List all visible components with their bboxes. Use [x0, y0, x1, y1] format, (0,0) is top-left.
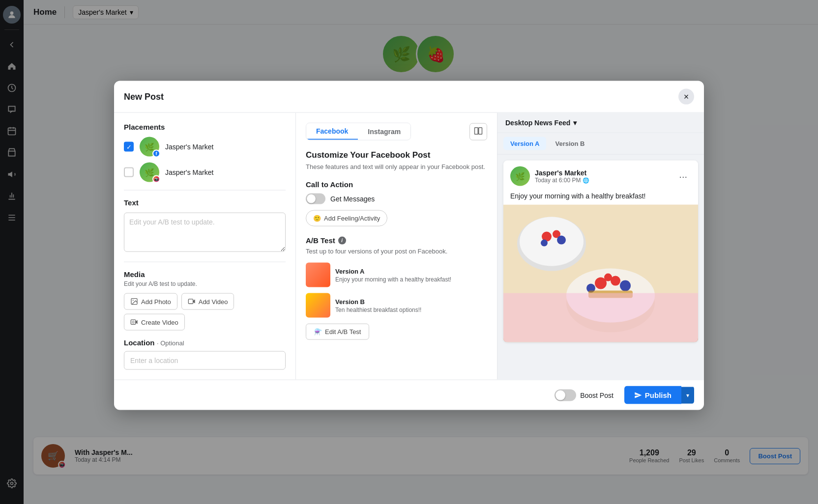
publish-main-button[interactable]: Publish — [624, 386, 681, 404]
location-label: Location — [124, 338, 155, 347]
svg-point-24 — [557, 236, 566, 245]
post-card-header: 🌿 Jasper's Market Today at 6:00 PM 🌐 ··· — [503, 161, 698, 192]
location-input[interactable] — [124, 351, 286, 370]
instagram-avatar: 🌿 📷 — [140, 163, 159, 182]
svg-rect-10 — [479, 127, 482, 134]
check-icon: ✓ — [126, 143, 132, 150]
customize-title: Customize Your Facebook Post — [306, 150, 487, 160]
location-optional: · Optional — [157, 339, 184, 347]
svg-point-5 — [133, 300, 134, 301]
version-tabs: Version A Version B — [503, 137, 698, 150]
version-b-text: Version B Ten healthiest breakfast optio… — [335, 298, 487, 313]
svg-point-16 — [620, 280, 631, 291]
photo-icon — [130, 298, 138, 306]
send-icon — [634, 391, 642, 399]
edit-ab-icon: ⚗️ — [314, 328, 322, 336]
feed-dropdown[interactable]: Desktop News Feed ▾ — [505, 119, 577, 127]
boost-toggle-row: Boost Post — [555, 389, 614, 401]
version-b-content: Ten healthiest breakfast options!! — [335, 306, 487, 313]
instagram-page-name: Jasper's Market — [165, 168, 213, 176]
modal-title: New Post — [124, 91, 164, 102]
cta-toggle-row: Get Messages — [306, 194, 487, 204]
modal-header: New Post × — [114, 81, 704, 113]
post-page-avatar: 🌿 — [510, 167, 530, 186]
version-b-thumbnail — [306, 293, 330, 318]
ab-test-title: A/B Test — [306, 236, 335, 245]
new-post-modal: New Post × Placements ✓ 🌿 f Jasper's Mar… — [114, 81, 704, 410]
modal-footer: Boost Post Publish ▾ — [114, 380, 704, 410]
placements-label: Placements — [124, 123, 286, 131]
add-photo-button[interactable]: Add Photo — [124, 293, 177, 310]
video-icon — [188, 298, 196, 306]
version-a-thumbnail — [306, 263, 330, 287]
publish-button-group: Publish ▾ — [624, 386, 694, 404]
split-view-button[interactable] — [469, 123, 487, 140]
svg-rect-7 — [131, 320, 135, 324]
post-page-info: Jasper's Market Today at 6:00 PM 🌐 — [535, 169, 670, 184]
post-image-inner — [503, 205, 698, 342]
svg-point-8 — [132, 321, 134, 323]
create-video-icon — [130, 318, 138, 326]
platform-tab-group: Facebook Instagram — [306, 123, 411, 140]
boost-post-toggle-label: Boost Post — [580, 391, 614, 399]
cta-label: Call to Action — [306, 180, 487, 189]
publish-dropdown-button[interactable]: ▾ — [681, 387, 694, 403]
svg-rect-6 — [188, 299, 193, 304]
facebook-checkbox[interactable]: ✓ — [124, 142, 134, 152]
preview-version-b-tab[interactable]: Version B — [548, 137, 591, 150]
svg-rect-26 — [503, 293, 698, 342]
post-preview-card: 🌿 Jasper's Market Today at 6:00 PM 🌐 ···… — [503, 161, 698, 342]
close-button[interactable]: × — [678, 89, 694, 105]
version-tabs-row: Version A Version B — [497, 133, 704, 155]
tab-facebook[interactable]: Facebook — [306, 123, 358, 140]
placement-instagram: 🌿 📷 Jasper's Market — [124, 163, 286, 182]
cta-toggle-label: Get Messages — [330, 195, 375, 203]
chevron-down-icon: ▾ — [573, 119, 577, 127]
post-preview-image — [503, 205, 698, 342]
smiley-icon: 🙂 — [313, 215, 321, 222]
ab-version-a: Version A Enjoy your morning with a heal… — [306, 263, 487, 287]
cta-section: Call to Action Get Messages 🙂 Add Feelin… — [306, 180, 487, 226]
post-text-input[interactable] — [124, 213, 286, 252]
boost-toggle-knob — [555, 390, 565, 400]
post-time: Today at 6:00 PM — [535, 177, 581, 184]
post-options-icon[interactable]: ··· — [675, 168, 691, 184]
post-preview-text: Enjoy your morning with a healthy breakf… — [503, 192, 698, 205]
feeling-activity-button[interactable]: 🙂 Add Feeling/Activity — [306, 210, 387, 226]
divider-1 — [124, 190, 286, 191]
version-a-text: Version A Enjoy your morning with a heal… — [335, 267, 487, 282]
cta-toggle[interactable] — [306, 194, 325, 204]
preview-version-a-tab[interactable]: Version A — [503, 137, 546, 150]
edit-ab-test-button[interactable]: ⚗️ Edit A/B Test — [306, 324, 369, 340]
facebook-page-name: Jasper's Market — [165, 143, 213, 151]
add-video-button[interactable]: Add Video — [181, 293, 234, 310]
preview-container: 🌿 Jasper's Market Today at 6:00 PM 🌐 ···… — [497, 155, 704, 380]
svg-rect-9 — [475, 127, 478, 134]
svg-point-18 — [604, 274, 612, 281]
ab-test-desc: Test up to four versions of your post on… — [306, 248, 487, 255]
text-label: Text — [124, 198, 286, 207]
location-section: Location · Optional — [124, 338, 286, 370]
post-time-row: Today at 6:00 PM 🌐 — [535, 177, 670, 184]
instagram-checkbox[interactable] — [124, 168, 134, 177]
info-icon: i — [338, 236, 346, 244]
modal-body: Placements ✓ 🌿 f Jasper's Market 🌿 📷 — [114, 113, 704, 380]
globe-icon: 🌐 — [583, 177, 589, 183]
media-label: Media — [124, 270, 286, 279]
placement-facebook: ✓ 🌿 f Jasper's Market — [124, 137, 286, 157]
divider-2 — [124, 262, 286, 262]
instagram-badge: 📷 — [152, 175, 160, 183]
split-view-icon — [474, 126, 483, 135]
create-video-button[interactable]: Create Video — [124, 314, 185, 331]
version-b-label: Version B — [335, 298, 487, 305]
ab-version-b: Version B Ten healthiest breakfast optio… — [306, 293, 487, 318]
media-sublabel: Edit your A/B test to update. — [124, 280, 286, 287]
svg-point-25 — [541, 240, 548, 247]
toggle-knob — [307, 195, 316, 203]
middle-panel: Facebook Instagram Customize Your Facebo… — [296, 113, 497, 380]
ab-test-header: A/B Test i — [306, 236, 487, 245]
tab-instagram[interactable]: Instagram — [358, 123, 410, 140]
facebook-badge: f — [152, 150, 160, 158]
ab-test-section: A/B Test i Test up to four versions of y… — [306, 236, 487, 340]
boost-post-toggle[interactable] — [555, 389, 576, 401]
